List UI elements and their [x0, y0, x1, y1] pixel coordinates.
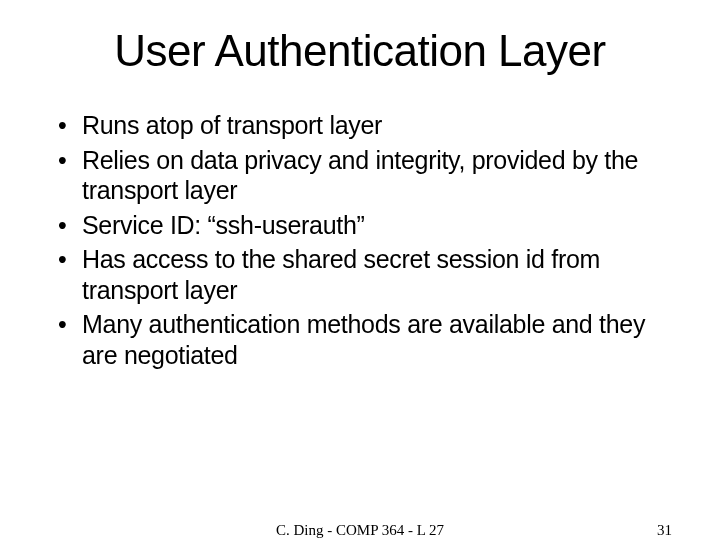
- bullet-list: Runs atop of transport layer Relies on d…: [50, 110, 670, 370]
- bullet-item: Has access to the shared secret session …: [58, 244, 670, 305]
- bullet-item: Relies on data privacy and integrity, pr…: [58, 145, 670, 206]
- bullet-item: Many authentication methods are availabl…: [58, 309, 670, 370]
- bullet-item: Service ID: “ssh-userauth”: [58, 210, 670, 241]
- slide-container: User Authentication Layer Runs atop of t…: [0, 0, 720, 370]
- slide-number: 31: [657, 522, 672, 539]
- slide-title: User Authentication Layer: [50, 26, 670, 76]
- footer-author: C. Ding - COMP 364 - L 27: [276, 522, 444, 539]
- bullet-item: Runs atop of transport layer: [58, 110, 670, 141]
